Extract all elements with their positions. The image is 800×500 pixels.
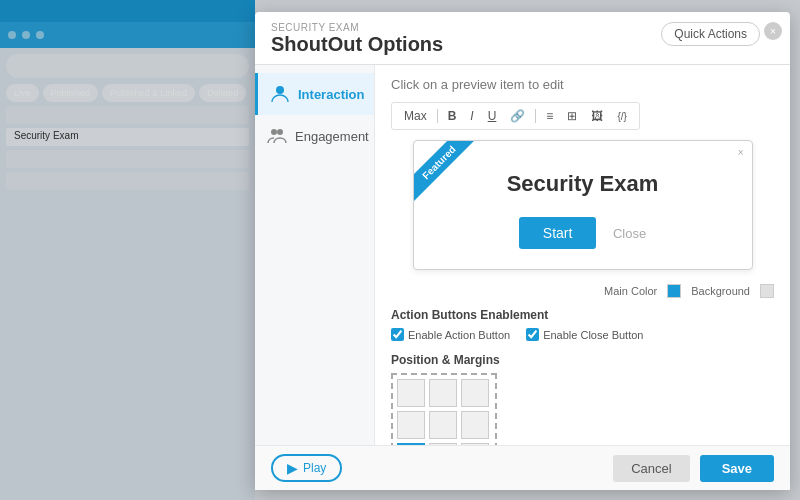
toolbar-sep-2 (535, 109, 536, 123)
preview-card: × Featured Security Exam Start Close (413, 140, 753, 270)
pos-cell-3[interactable] (397, 411, 425, 439)
toolbar-image[interactable]: 🖼 (587, 107, 607, 125)
color-settings-row: Main Color Background (391, 284, 774, 298)
preview-start-button[interactable]: Start (519, 217, 597, 249)
svg-point-1 (271, 129, 277, 135)
play-label: Play (303, 461, 326, 475)
main-color-swatch[interactable] (667, 284, 681, 298)
action-buttons-title: Action Buttons Enablement (391, 308, 774, 322)
pos-cell-5[interactable] (461, 411, 489, 439)
preview-actions: Start Close (434, 217, 732, 249)
cancel-button[interactable]: Cancel (613, 455, 689, 482)
featured-ribbon: Featured (414, 141, 484, 211)
play-button[interactable]: ▶ Play (271, 454, 342, 482)
enable-close-checkbox-label[interactable]: Enable Close Button (526, 328, 643, 341)
main-color-label: Main Color (604, 285, 657, 297)
enable-action-checkbox-label[interactable]: Enable Action Button (391, 328, 510, 341)
save-button[interactable]: Save (700, 455, 774, 482)
nav-label-engagement: Engagement (295, 129, 369, 144)
instruction-text: Click on a preview item to edit (391, 77, 774, 92)
toolbar-bold[interactable]: B (444, 107, 461, 125)
right-content: Click on a preview item to edit Max B I … (375, 65, 790, 445)
quick-actions-button[interactable]: Quick Actions (661, 22, 760, 46)
enable-close-label: Enable Close Button (543, 329, 643, 341)
enable-action-label: Enable Action Button (408, 329, 510, 341)
toolbar-underline[interactable]: U (484, 107, 501, 125)
nav-item-engagement[interactable]: Engagement (255, 115, 374, 157)
left-nav: Interaction Engagement (255, 65, 375, 445)
svg-point-0 (276, 86, 284, 94)
checkbox-row: Enable Action Button Enable Close Button (391, 328, 774, 341)
enable-close-checkbox[interactable] (526, 328, 539, 341)
position-title: Position & Margins (391, 353, 774, 367)
toolbar-link[interactable]: 🔗 (506, 107, 529, 125)
preview-close-link[interactable]: Close (613, 226, 646, 241)
ribbon-text: Featured (414, 141, 478, 201)
people-icon (267, 125, 287, 147)
nav-label-interaction: Interaction (298, 87, 364, 102)
position-section: Position & Margins (391, 353, 774, 445)
play-icon: ▶ (287, 460, 298, 476)
position-grid (391, 373, 497, 445)
toolbar-list[interactable]: ≡ (542, 107, 557, 125)
nav-item-interaction[interactable]: Interaction (255, 73, 374, 115)
modal-footer: ▶ Play Cancel Save (255, 445, 790, 490)
pos-cell-2[interactable] (461, 379, 489, 407)
toolbar-grid[interactable]: ⊞ (563, 107, 581, 125)
preview-close-x[interactable]: × (738, 147, 744, 158)
pos-cell-4[interactable] (429, 411, 457, 439)
modal-body: Interaction Engagement Click on a previe… (255, 65, 790, 445)
svg-point-2 (277, 129, 283, 135)
toolbar-sep-1 (437, 109, 438, 123)
modal-close-button[interactable]: × (764, 22, 782, 40)
enable-action-checkbox[interactable] (391, 328, 404, 341)
background-label: Background (691, 285, 750, 297)
background-color-swatch[interactable] (760, 284, 774, 298)
action-buttons-section: Action Buttons Enablement Enable Action … (391, 308, 774, 341)
editor-toolbar: Max B I U 🔗 ≡ ⊞ 🖼 {/} (391, 102, 640, 130)
toolbar-italic[interactable]: I (466, 107, 477, 125)
toolbar-code[interactable]: {/} (613, 109, 630, 124)
person-icon (270, 83, 290, 105)
modal-header: Security Exam ShoutOut Options Quick Act… (255, 12, 790, 65)
toolbar-max[interactable]: Max (400, 107, 431, 125)
modal: Security Exam ShoutOut Options Quick Act… (255, 12, 790, 490)
pos-cell-0[interactable] (397, 379, 425, 407)
pos-cell-1[interactable] (429, 379, 457, 407)
